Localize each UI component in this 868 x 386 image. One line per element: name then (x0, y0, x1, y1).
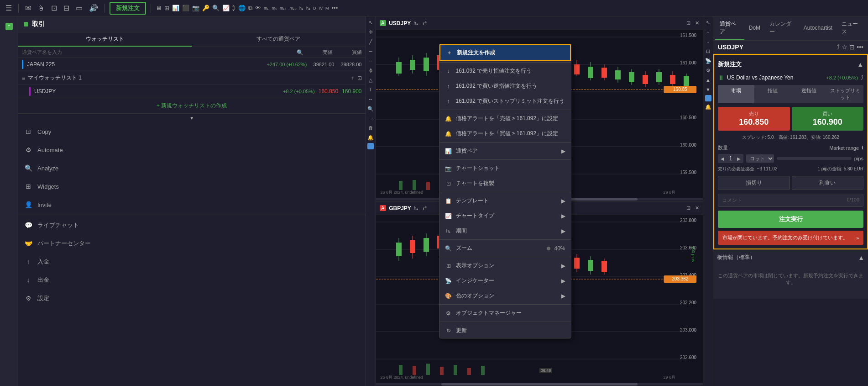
chart-icon[interactable]: 📊 (172, 5, 179, 11)
star-icon[interactable]: ☆ (842, 43, 847, 51)
ctx-refresh[interactable]: ↻ 更新 (439, 323, 571, 338)
tool-color[interactable] (367, 143, 374, 149)
email-icon[interactable]: ✉ (23, 3, 33, 13)
rt-down-icon[interactable]: ▼ (704, 85, 712, 94)
search2-icon[interactable]: 🔍 (212, 5, 220, 11)
rt-indicator-icon[interactable]: 📡 (704, 57, 712, 65)
tool-zoom[interactable]: 🔍 (366, 105, 375, 113)
tool-delete[interactable]: 🗑 (366, 124, 375, 132)
new-order-button[interactable]: 新規注文 (110, 2, 146, 15)
sell-button[interactable]: 売り 160.850 (718, 107, 790, 131)
right-tab-calendar[interactable]: カレンダー (765, 16, 799, 40)
order-tab-stop[interactable]: 逆指値 (791, 85, 827, 103)
bitcoin-icon[interactable]: ₿ (232, 5, 235, 11)
chart-close-icon-2[interactable]: ✕ (695, 205, 699, 211)
scrollbar-thumb-2[interactable] (441, 383, 638, 386)
ctx-zoom[interactable]: 🔍 ズーム 40% (439, 241, 571, 256)
tool-measure[interactable]: ↔ (366, 95, 375, 103)
ctx-color-options[interactable]: 🎨 色のオプション ▶ (439, 288, 571, 303)
rt-zoom-out-icon[interactable]: - (704, 37, 712, 46)
order-tab-market[interactable]: 市場 (718, 85, 754, 103)
layers-icon[interactable]: ⧉ (248, 5, 252, 12)
ctx-new-order[interactable]: + 新規注文を作成 (439, 44, 571, 61)
ctx-obj-manager[interactable]: ⚙ オブジェクトマネージャー (439, 306, 571, 321)
buy-button[interactable]: 買い 160.900 (792, 107, 864, 131)
layout-icon[interactable]: ⊟ (62, 3, 71, 13)
chart-sync-icon[interactable]: ⇄ (423, 20, 427, 26)
instrument-row-japan225[interactable]: JAPAN 225 +247.00 (+0.62%) 39821.00 3982… (18, 58, 366, 71)
right-tab-news[interactable]: ニュース (837, 16, 866, 40)
nav-item-trading[interactable]: T (0, 18, 18, 35)
wl-instrument-usdjpy[interactable]: USDJPY +8.2 (+0.05%) 160.850 160.900 (18, 85, 366, 98)
rt-cursor-icon[interactable]: ↖ (704, 18, 712, 26)
more2-icon[interactable]: ••• (857, 43, 863, 51)
rt-settings2-icon[interactable]: ⚙ (704, 66, 712, 74)
order-tab-stop-limit[interactable]: ストップリミット (827, 85, 863, 103)
globe-icon[interactable]: 🌐 (238, 5, 246, 11)
nav-item-settings[interactable]: ⚙ 設定 (18, 289, 366, 307)
rt-bell-icon[interactable]: 🔔 (704, 103, 712, 111)
add-watchlist-button[interactable]: + 新規ウォッチリストの作成 (18, 98, 366, 113)
tool-magnet[interactable]: ⋯ (366, 114, 375, 122)
open-icon[interactable]: ⊡ (849, 43, 855, 51)
ctx-template[interactable]: 📋 テンプレート ▶ (439, 193, 571, 208)
ctx-pair[interactable]: 📊 通貨ペア ▶ (439, 143, 571, 159)
ctx-display[interactable]: ⊞ 表示オプション ▶ (439, 258, 571, 273)
rect-icon[interactable]: ▭ (74, 3, 84, 13)
tool-crosshair[interactable]: ✛ (366, 28, 375, 36)
tool-fib[interactable]: ϕ (366, 66, 375, 74)
market-range-info-icon[interactable]: ℹ (862, 145, 863, 150)
qty-down-arrow[interactable]: ◀ (721, 156, 724, 161)
right-tab-autochartist[interactable]: Autochartist (799, 21, 837, 36)
nav-item-deposit[interactable]: ↑ 入金 (18, 253, 366, 271)
sound-icon[interactable]: 🔊 (87, 3, 100, 13)
rt-color-swatch[interactable] (705, 95, 711, 101)
right-tab-pair[interactable]: 通貨ペア (715, 16, 744, 40)
monitor-icon[interactable]: 🖥 (156, 5, 162, 11)
comment-area[interactable]: コメント 0/100 (718, 194, 863, 207)
ctx-buy-stop-limit[interactable]: ↑ 161.092 で買いストップリミット注文を行う (439, 94, 571, 109)
nav-item-copy[interactable]: ⊡ Copy (18, 122, 366, 141)
window-icon[interactable]: ⊡ (49, 3, 59, 13)
share-icon[interactable]: ⤴ (837, 43, 840, 51)
screenshot-icon[interactable]: 📷 (192, 5, 199, 11)
chart-expand-icon-2[interactable]: ⊡ (686, 205, 690, 211)
nav-item-livechat[interactable]: 💬 ライブチャット (18, 216, 366, 234)
tool-line[interactable]: ╱ (366, 37, 375, 46)
nav-item-withdraw[interactable]: ↓ 出金 (18, 271, 366, 289)
tool-bell[interactable]: 🔔 (366, 133, 375, 142)
nav-item-automate[interactable]: ⚙ Automate (18, 141, 366, 159)
watchlist-section-header[interactable]: ≡ マイウォッチリスト 1 + ⊡ (18, 71, 366, 85)
analytics-icon[interactable]: 📈 (222, 5, 230, 11)
nav-item-analyze[interactable]: 🔍 Analyze (18, 159, 366, 177)
dom-collapse-icon[interactable]: ▲ (858, 254, 864, 261)
expand-icon[interactable]: ≡ (22, 75, 25, 81)
watchlist-more-icon[interactable]: ⊡ (357, 75, 362, 81)
inst-share-icon[interactable]: ⤴ (861, 74, 863, 81)
right-tab-dom[interactable]: DoM (744, 21, 765, 36)
ctx-buy-stop[interactable]: ↑ 161.092 で買い逆指値注文を行う (439, 79, 571, 94)
chart-expand-icon[interactable]: ⊡ (686, 20, 690, 26)
ctx-alert-buy[interactable]: 🔔 価格アラートを「買値 ≥ 161.092」に設定 (439, 126, 571, 141)
tool-cursor[interactable]: ↖ (366, 18, 375, 26)
chart-sync-icon-2[interactable]: ⇄ (423, 205, 427, 211)
ctx-sell-limit[interactable]: ↓ 161.092 で売り指値注文を行う (439, 63, 571, 79)
ctx-screenshot[interactable]: 📷 チャートショット (439, 161, 571, 176)
ctx-charttype[interactable]: 📈 チャートタイプ ▶ (439, 208, 571, 223)
nav-item-invite[interactable]: 👤 Invite (18, 196, 366, 214)
order-tab-limit[interactable]: 指値 (754, 85, 791, 103)
hamburger-icon[interactable]: ☰ (4, 3, 14, 13)
ctx-period[interactable]: h₁ 期間 ▶ (439, 223, 571, 238)
chart-scrollbar-2[interactable] (376, 383, 703, 386)
tool-shapes[interactable]: △ (366, 76, 375, 84)
rt-zoom-in-icon[interactable]: + (704, 28, 712, 36)
grid-icon[interactable]: ⊞ (164, 5, 169, 11)
tool-channel[interactable]: ≡ (366, 57, 375, 65)
nav-item-widgets[interactable]: ⊞ Widgets (18, 177, 366, 196)
execute-button[interactable]: 注文実行 (718, 211, 863, 228)
ctx-indicators[interactable]: 📡 インジケーター ▶ (439, 273, 571, 288)
nav-item-partner[interactable]: 🤝 パートナーセンター (18, 234, 366, 253)
ctx-duplicate[interactable]: ⊡ チャートを複製 (439, 176, 571, 191)
search-icon[interactable]: 🔍 (297, 49, 303, 56)
cursor-icon[interactable]: 🖱 (36, 3, 47, 13)
